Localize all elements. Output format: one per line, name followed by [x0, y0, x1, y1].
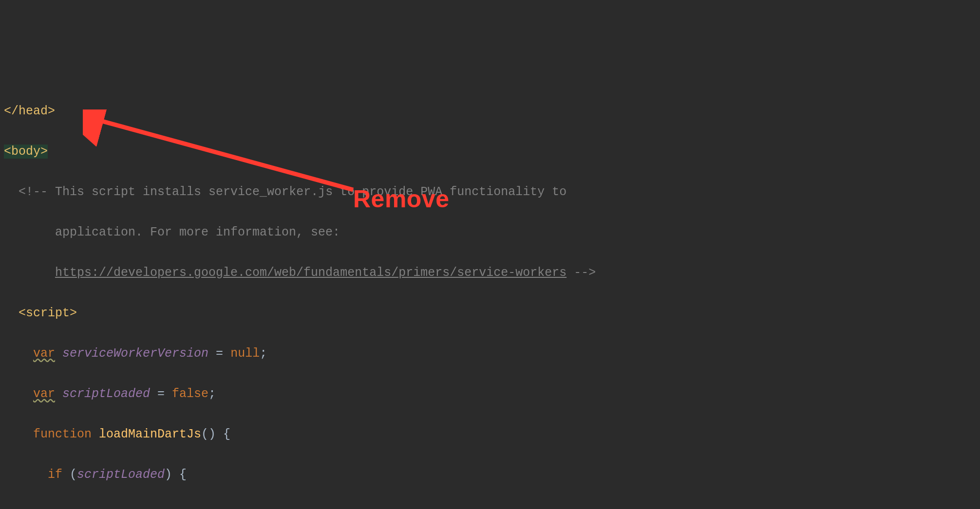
code-line[interactable]: function loadMainDartJs() { [0, 424, 980, 445]
code-line[interactable]: https://developers.google.com/web/fundam… [0, 263, 980, 283]
script-open-tag: <script> [19, 306, 77, 320]
comment-text: This script installs service_worker.js t… [55, 185, 566, 199]
var-keyword: var [33, 346, 55, 361]
null-literal: null [230, 346, 260, 361]
function-keyword: function [33, 427, 92, 441]
code-line[interactable]: <!-- This script installs service_worker… [0, 182, 980, 202]
if-keyword: if [48, 468, 62, 482]
comment-close: --> [574, 266, 596, 280]
code-line[interactable]: var scriptLoaded = false; [0, 384, 980, 404]
code-line[interactable]: if (scriptLoaded) { [0, 465, 980, 485]
code-line[interactable]: application. For more information, see: [0, 222, 980, 243]
annotation-label: Remove [353, 179, 450, 219]
var-scriptLoaded: scriptLoaded [77, 468, 165, 482]
code-line[interactable]: return; [0, 505, 980, 509]
code-line[interactable]: </head> [0, 101, 980, 122]
body-open-tag: <body> [4, 145, 48, 159]
false-literal: false [172, 387, 208, 401]
comment-text: application. For more information, see: [55, 225, 340, 239]
code-line[interactable]: <body> [0, 142, 980, 162]
var-serviceWorkerVersion: serviceWorkerVersion [62, 346, 208, 361]
var-keyword: var [33, 387, 55, 401]
var-scriptLoaded: scriptLoaded [62, 387, 150, 401]
code-editor-area[interactable]: </head> <body> <!-- This script installs… [0, 81, 980, 509]
function-name: loadMainDartJs [99, 427, 201, 441]
close-head-tag: </head> [4, 104, 55, 118]
code-line[interactable]: <script> [0, 303, 980, 324]
comment-link[interactable]: https://developers.google.com/web/fundam… [55, 266, 566, 280]
comment-open: <!-- [19, 185, 48, 199]
code-line[interactable]: var serviceWorkerVersion = null; [0, 344, 980, 364]
